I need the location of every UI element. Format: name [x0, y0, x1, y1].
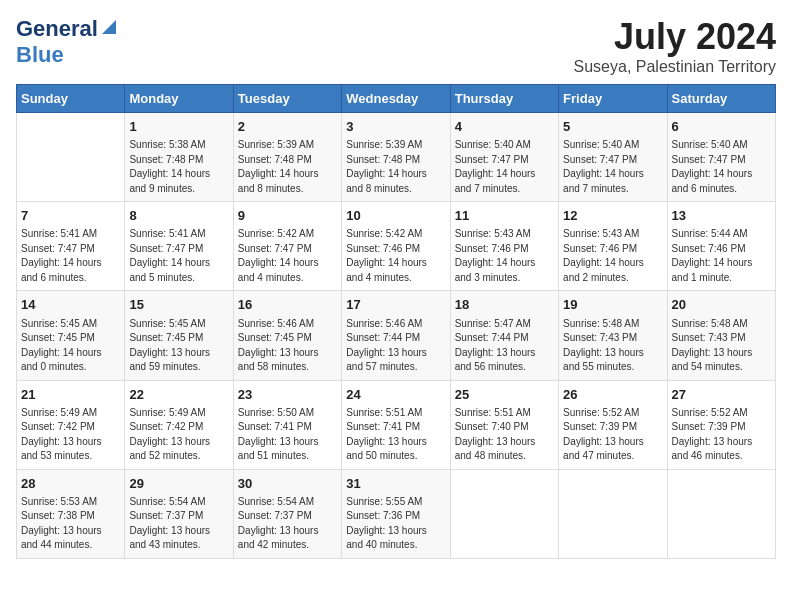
cell-content: Sunrise: 5:43 AM Sunset: 7:46 PM Dayligh…	[563, 227, 662, 285]
day-number: 13	[672, 207, 771, 225]
logo-blue-text: Blue	[16, 42, 64, 68]
day-number: 2	[238, 118, 337, 136]
calendar-cell: 20Sunrise: 5:48 AM Sunset: 7:43 PM Dayli…	[667, 291, 775, 380]
calendar-cell: 23Sunrise: 5:50 AM Sunset: 7:41 PM Dayli…	[233, 380, 341, 469]
cell-content: Sunrise: 5:54 AM Sunset: 7:37 PM Dayligh…	[238, 495, 337, 553]
page-header: General Blue July 2024 Suseya, Palestini…	[16, 16, 776, 76]
subtitle: Suseya, Palestinian Territory	[574, 58, 776, 76]
day-number: 24	[346, 386, 445, 404]
day-number: 5	[563, 118, 662, 136]
calendar-cell: 1Sunrise: 5:38 AM Sunset: 7:48 PM Daylig…	[125, 113, 233, 202]
cell-content: Sunrise: 5:41 AM Sunset: 7:47 PM Dayligh…	[21, 227, 120, 285]
svg-marker-0	[102, 20, 116, 34]
calendar-cell: 22Sunrise: 5:49 AM Sunset: 7:42 PM Dayli…	[125, 380, 233, 469]
header-thursday: Thursday	[450, 85, 558, 113]
logo-icon	[100, 18, 118, 36]
day-number: 11	[455, 207, 554, 225]
day-number: 8	[129, 207, 228, 225]
cell-content: Sunrise: 5:53 AM Sunset: 7:38 PM Dayligh…	[21, 495, 120, 553]
calendar-cell: 3Sunrise: 5:39 AM Sunset: 7:48 PM Daylig…	[342, 113, 450, 202]
day-number: 6	[672, 118, 771, 136]
header-wednesday: Wednesday	[342, 85, 450, 113]
cell-content: Sunrise: 5:54 AM Sunset: 7:37 PM Dayligh…	[129, 495, 228, 553]
cell-content: Sunrise: 5:42 AM Sunset: 7:46 PM Dayligh…	[346, 227, 445, 285]
day-number: 4	[455, 118, 554, 136]
cell-content: Sunrise: 5:50 AM Sunset: 7:41 PM Dayligh…	[238, 406, 337, 464]
day-number: 15	[129, 296, 228, 314]
cell-content: Sunrise: 5:49 AM Sunset: 7:42 PM Dayligh…	[21, 406, 120, 464]
calendar-cell: 5Sunrise: 5:40 AM Sunset: 7:47 PM Daylig…	[559, 113, 667, 202]
cell-content: Sunrise: 5:49 AM Sunset: 7:42 PM Dayligh…	[129, 406, 228, 464]
cell-content: Sunrise: 5:46 AM Sunset: 7:44 PM Dayligh…	[346, 317, 445, 375]
day-number: 18	[455, 296, 554, 314]
day-number: 10	[346, 207, 445, 225]
calendar-cell: 27Sunrise: 5:52 AM Sunset: 7:39 PM Dayli…	[667, 380, 775, 469]
calendar-week-3: 14Sunrise: 5:45 AM Sunset: 7:45 PM Dayli…	[17, 291, 776, 380]
calendar-cell: 9Sunrise: 5:42 AM Sunset: 7:47 PM Daylig…	[233, 202, 341, 291]
cell-content: Sunrise: 5:48 AM Sunset: 7:43 PM Dayligh…	[563, 317, 662, 375]
cell-content: Sunrise: 5:51 AM Sunset: 7:40 PM Dayligh…	[455, 406, 554, 464]
calendar-week-1: 1Sunrise: 5:38 AM Sunset: 7:48 PM Daylig…	[17, 113, 776, 202]
calendar-table: SundayMondayTuesdayWednesdayThursdayFrid…	[16, 84, 776, 559]
calendar-week-2: 7Sunrise: 5:41 AM Sunset: 7:47 PM Daylig…	[17, 202, 776, 291]
calendar-cell: 10Sunrise: 5:42 AM Sunset: 7:46 PM Dayli…	[342, 202, 450, 291]
calendar-cell: 7Sunrise: 5:41 AM Sunset: 7:47 PM Daylig…	[17, 202, 125, 291]
calendar-cell: 30Sunrise: 5:54 AM Sunset: 7:37 PM Dayli…	[233, 469, 341, 558]
calendar-week-5: 28Sunrise: 5:53 AM Sunset: 7:38 PM Dayli…	[17, 469, 776, 558]
day-number: 19	[563, 296, 662, 314]
calendar-cell: 15Sunrise: 5:45 AM Sunset: 7:45 PM Dayli…	[125, 291, 233, 380]
header-tuesday: Tuesday	[233, 85, 341, 113]
cell-content: Sunrise: 5:52 AM Sunset: 7:39 PM Dayligh…	[563, 406, 662, 464]
day-number: 31	[346, 475, 445, 493]
calendar-cell: 18Sunrise: 5:47 AM Sunset: 7:44 PM Dayli…	[450, 291, 558, 380]
main-title: July 2024	[574, 16, 776, 58]
calendar-cell: 31Sunrise: 5:55 AM Sunset: 7:36 PM Dayli…	[342, 469, 450, 558]
calendar-cell: 11Sunrise: 5:43 AM Sunset: 7:46 PM Dayli…	[450, 202, 558, 291]
calendar-cell: 6Sunrise: 5:40 AM Sunset: 7:47 PM Daylig…	[667, 113, 775, 202]
day-number: 26	[563, 386, 662, 404]
cell-content: Sunrise: 5:40 AM Sunset: 7:47 PM Dayligh…	[563, 138, 662, 196]
cell-content: Sunrise: 5:39 AM Sunset: 7:48 PM Dayligh…	[346, 138, 445, 196]
cell-content: Sunrise: 5:48 AM Sunset: 7:43 PM Dayligh…	[672, 317, 771, 375]
day-number: 25	[455, 386, 554, 404]
cell-content: Sunrise: 5:44 AM Sunset: 7:46 PM Dayligh…	[672, 227, 771, 285]
cell-content: Sunrise: 5:38 AM Sunset: 7:48 PM Dayligh…	[129, 138, 228, 196]
day-number: 23	[238, 386, 337, 404]
calendar-cell: 25Sunrise: 5:51 AM Sunset: 7:40 PM Dayli…	[450, 380, 558, 469]
calendar-cell	[559, 469, 667, 558]
calendar-cell: 16Sunrise: 5:46 AM Sunset: 7:45 PM Dayli…	[233, 291, 341, 380]
day-number: 1	[129, 118, 228, 136]
day-number: 17	[346, 296, 445, 314]
header-monday: Monday	[125, 85, 233, 113]
calendar-cell: 4Sunrise: 5:40 AM Sunset: 7:47 PM Daylig…	[450, 113, 558, 202]
calendar-header-row: SundayMondayTuesdayWednesdayThursdayFrid…	[17, 85, 776, 113]
calendar-cell: 21Sunrise: 5:49 AM Sunset: 7:42 PM Dayli…	[17, 380, 125, 469]
day-number: 21	[21, 386, 120, 404]
day-number: 27	[672, 386, 771, 404]
day-number: 28	[21, 475, 120, 493]
calendar-cell: 28Sunrise: 5:53 AM Sunset: 7:38 PM Dayli…	[17, 469, 125, 558]
day-number: 30	[238, 475, 337, 493]
calendar-cell: 14Sunrise: 5:45 AM Sunset: 7:45 PM Dayli…	[17, 291, 125, 380]
day-number: 16	[238, 296, 337, 314]
calendar-cell: 29Sunrise: 5:54 AM Sunset: 7:37 PM Dayli…	[125, 469, 233, 558]
calendar-cell	[17, 113, 125, 202]
logo: General Blue	[16, 16, 118, 68]
cell-content: Sunrise: 5:43 AM Sunset: 7:46 PM Dayligh…	[455, 227, 554, 285]
calendar-cell: 12Sunrise: 5:43 AM Sunset: 7:46 PM Dayli…	[559, 202, 667, 291]
calendar-cell	[667, 469, 775, 558]
day-number: 12	[563, 207, 662, 225]
cell-content: Sunrise: 5:41 AM Sunset: 7:47 PM Dayligh…	[129, 227, 228, 285]
cell-content: Sunrise: 5:40 AM Sunset: 7:47 PM Dayligh…	[672, 138, 771, 196]
cell-content: Sunrise: 5:47 AM Sunset: 7:44 PM Dayligh…	[455, 317, 554, 375]
calendar-cell: 17Sunrise: 5:46 AM Sunset: 7:44 PM Dayli…	[342, 291, 450, 380]
header-friday: Friday	[559, 85, 667, 113]
calendar-cell: 26Sunrise: 5:52 AM Sunset: 7:39 PM Dayli…	[559, 380, 667, 469]
day-number: 20	[672, 296, 771, 314]
calendar-week-4: 21Sunrise: 5:49 AM Sunset: 7:42 PM Dayli…	[17, 380, 776, 469]
calendar-cell: 2Sunrise: 5:39 AM Sunset: 7:48 PM Daylig…	[233, 113, 341, 202]
calendar-cell: 24Sunrise: 5:51 AM Sunset: 7:41 PM Dayli…	[342, 380, 450, 469]
cell-content: Sunrise: 5:45 AM Sunset: 7:45 PM Dayligh…	[21, 317, 120, 375]
cell-content: Sunrise: 5:45 AM Sunset: 7:45 PM Dayligh…	[129, 317, 228, 375]
cell-content: Sunrise: 5:42 AM Sunset: 7:47 PM Dayligh…	[238, 227, 337, 285]
